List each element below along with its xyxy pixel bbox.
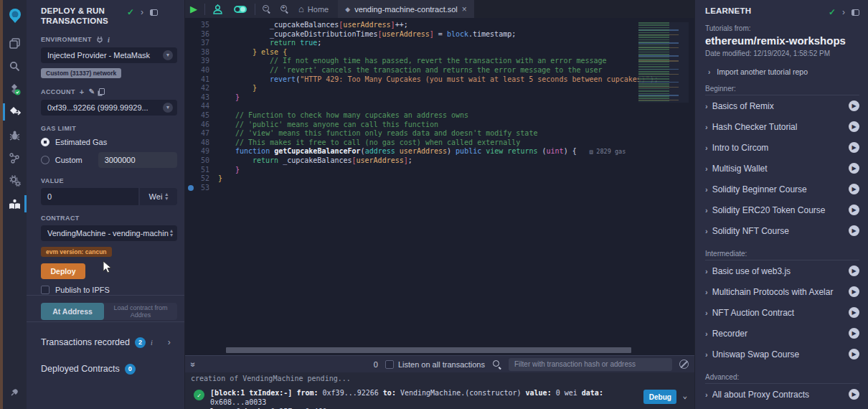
tutorial-item[interactable]: ›Basics of Remix▶ (705, 95, 859, 116)
listen-all-checkbox[interactable] (385, 360, 394, 369)
play-tutorial-icon[interactable]: ▶ (849, 121, 859, 132)
code-line[interactable]: 37return true; (185, 39, 694, 48)
tutorial-item[interactable]: ›Intro to Circom▶ (705, 137, 859, 158)
breakpoint-gutter[interactable] (185, 111, 197, 121)
tutorial-item[interactable]: ›All about Proxy Contracts▶ (705, 384, 859, 405)
breakpoint-gutter[interactable] (185, 166, 197, 175)
tutorial-item[interactable]: ›Uniswap Swap Course▶ (705, 344, 859, 365)
tutorial-item[interactable]: ›Hash Checker Tutorial▶ (705, 116, 859, 137)
debugger-icon[interactable] (3, 123, 27, 146)
breakpoint-gutter[interactable] (185, 84, 197, 93)
play-tutorial-icon[interactable]: ▶ (849, 286, 859, 297)
value-input[interactable]: 0 (41, 188, 138, 205)
breakpoint-gutter[interactable] (185, 21, 197, 30)
sign-message-icon[interactable]: ✎ (89, 88, 95, 95)
code-line[interactable]: 48// This makes it free to call (no gas … (185, 138, 694, 148)
environment-select[interactable]: Injected Provider - MetaMask ▾ (41, 47, 177, 63)
zoom-out-icon[interactable]: − (258, 0, 275, 18)
breakpoint-gutter[interactable] (185, 174, 197, 184)
tutorial-item[interactable]: ›Multichain Protocols with Axelar▶ (705, 281, 859, 302)
code-line[interactable]: 38} else { (185, 48, 694, 57)
remixai-assistant-icon[interactable] (207, 0, 228, 18)
clear-console-icon[interactable] (679, 359, 689, 369)
home-tab[interactable]: ⌂ Home (293, 0, 334, 18)
editor-minimap[interactable] (638, 22, 689, 103)
solidity-compiler-icon[interactable] (3, 77, 27, 100)
play-tutorial-icon[interactable]: ▶ (849, 163, 859, 174)
expand-log-icon[interactable]: ⌄ (682, 391, 687, 400)
code-line[interactable]: 53 (185, 184, 694, 193)
settings-icon[interactable] (3, 169, 27, 192)
debug-button[interactable]: Debug (643, 390, 676, 404)
ai-copilot-toggle[interactable] (228, 0, 253, 18)
tutorial-item[interactable]: ›Solidity ERC20 Token Course▶ (705, 199, 859, 220)
deploy-button[interactable]: Deploy (41, 263, 85, 279)
terminal-content[interactable]: creation of VendingMachine pending... ✓ … (185, 372, 694, 409)
custom-gas-input[interactable]: 3000000 (98, 152, 177, 168)
code-line[interactable]: 39// If not enough time has passed, reve… (185, 57, 694, 66)
play-tutorial-icon[interactable]: ▶ (849, 307, 859, 318)
at-address-button[interactable]: At Address (41, 303, 104, 320)
panel-pin-icon[interactable] (150, 9, 158, 16)
panel-chevron-icon[interactable]: › (141, 7, 143, 17)
panel-chevron-icon[interactable]: › (842, 7, 845, 17)
breakpoint-gutter[interactable] (185, 102, 197, 111)
code-line[interactable]: 52} (185, 174, 694, 184)
collapse-terminal-icon[interactable]: » (188, 362, 198, 367)
publish-ipfs-checkbox[interactable] (41, 286, 49, 294)
code-line[interactable]: 44 (185, 102, 694, 111)
breakpoint-gutter[interactable] (185, 138, 197, 148)
search-icon[interactable] (3, 55, 27, 77)
plug-icon[interactable] (96, 36, 103, 43)
import-repo-link[interactable]: › Import another tutorial repo (708, 67, 859, 76)
code-line[interactable]: 45// Function to check how many cupcakes… (185, 111, 694, 121)
deploy-run-icon[interactable] (3, 100, 27, 123)
code-editor[interactable]: 35_cupcakeBalances[userAddress]++;36_cup… (185, 18, 694, 355)
play-tutorial-icon[interactable]: ▶ (849, 328, 859, 339)
code-line[interactable]: 41revert("HTTP 429: Too Many Cupcakes (y… (185, 75, 694, 85)
code-line[interactable]: 36_cupcakeDistributionTimes[userAddress]… (185, 30, 694, 39)
close-tab-icon[interactable]: × (462, 4, 467, 14)
contract-select[interactable]: VendingMachine - vending-machin ▴▾ (41, 225, 177, 241)
expand-chevron-icon[interactable]: › (168, 337, 171, 347)
breakpoint-gutter[interactable] (185, 156, 197, 166)
tutorial-item[interactable]: ›Deploy with Libraries▶ (705, 405, 859, 409)
breakpoint-gutter[interactable] (185, 66, 197, 75)
info-icon[interactable]: i (151, 339, 153, 347)
plugin-graph-icon[interactable] (3, 146, 27, 169)
code-line[interactable]: 51} (185, 166, 694, 175)
custom-gas-radio[interactable] (41, 156, 49, 164)
code-line[interactable]: 50return _cupcakeBalances[userAddress]; (185, 156, 694, 166)
breakpoint-gutter[interactable] (185, 147, 197, 156)
code-line[interactable]: 47// 'view' means this function only rea… (185, 129, 694, 138)
info-icon[interactable]: i (108, 36, 110, 44)
horizontal-scrollbar[interactable] (226, 347, 631, 353)
breakpoint-gutter[interactable] (185, 30, 197, 39)
add-account-icon[interactable]: + (80, 88, 85, 96)
play-tutorial-icon[interactable]: ▶ (849, 100, 859, 111)
play-tutorial-icon[interactable]: ▶ (849, 184, 859, 194)
learneth-icon[interactable] (3, 192, 27, 215)
tutorial-item[interactable]: ›Multisig Wallet▶ (705, 158, 859, 179)
run-script-button[interactable]: ▶ (185, 0, 202, 18)
breakpoint-gutter[interactable] (185, 48, 197, 57)
breakpoint-gutter[interactable] (185, 129, 197, 138)
zoom-in-icon[interactable]: + (275, 0, 293, 18)
code-line[interactable]: 46// 'public' means anyone can call this… (185, 121, 694, 130)
breakpoint-gutter[interactable] (185, 39, 197, 48)
code-line[interactable]: 49function getCupcakeBalanceFor(address … (185, 147, 694, 156)
terminal-filter-input[interactable] (509, 358, 672, 371)
remix-logo[interactable] (3, 0, 27, 32)
breakpoint-gutter[interactable] (185, 93, 197, 103)
copy-icon[interactable] (99, 88, 105, 95)
code-line[interactable]: 35_cupcakeBalances[userAddress]++; (185, 21, 694, 30)
tutorial-item[interactable]: ›NFT Auction Contract▶ (705, 302, 859, 323)
panel-pin-icon[interactable] (852, 9, 859, 16)
code-line[interactable]: 42} (185, 84, 694, 93)
play-tutorial-icon[interactable]: ▶ (849, 265, 859, 276)
code-line[interactable]: 40// 'revert' cancels the transaction an… (185, 66, 694, 75)
play-tutorial-icon[interactable]: ▶ (849, 142, 859, 153)
tab-vending-machine-contract[interactable]: ◆ vending-machine-contract.sol × (338, 0, 474, 18)
deployed-contracts-row[interactable]: Deployed Contracts 0 (41, 364, 177, 375)
play-tutorial-icon[interactable]: ▶ (849, 204, 859, 215)
